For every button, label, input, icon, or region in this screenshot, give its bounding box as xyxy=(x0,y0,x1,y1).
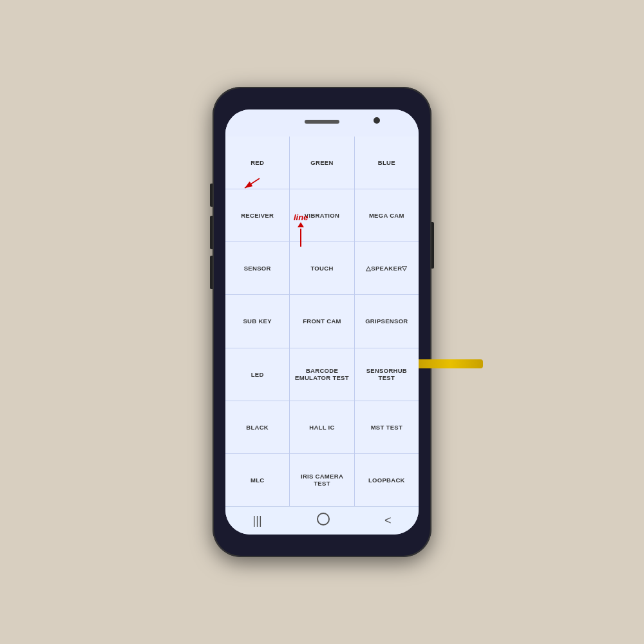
grid-cell-speaker[interactable]: △SPEAKER▽ xyxy=(355,242,419,294)
grid-cell-iris-camera-test[interactable]: IRIS CAMERA TEST xyxy=(290,454,354,506)
flex-cable xyxy=(419,359,483,368)
front-camera xyxy=(374,117,380,124)
grid-cell-receiver[interactable]: RECEIVER xyxy=(225,189,289,242)
back-button[interactable]: < xyxy=(384,514,392,527)
grid-cell-gripsensor[interactable]: GRIPSENSOR xyxy=(355,295,419,347)
home-button[interactable] xyxy=(317,513,330,529)
earpiece xyxy=(305,120,339,124)
grid-cell-mlc[interactable]: MLC xyxy=(225,454,289,506)
bixby-button[interactable] xyxy=(431,222,434,269)
grid-cell-green[interactable]: GREEN xyxy=(290,137,354,189)
navigation-bar: ||| < xyxy=(225,506,419,535)
phone-screen: line REDGREENBLUERECEIVERVIBRATIONMEGA C… xyxy=(225,109,419,535)
grid-cell-vibration[interactable]: VIBRATION xyxy=(290,189,354,242)
phone-device: line REDGREENBLUERECEIVERVIBRATIONMEGA C… xyxy=(213,87,431,557)
grid-cell-sub-key[interactable]: SUB KEY xyxy=(225,295,289,347)
home-circle-icon[interactable] xyxy=(317,513,330,526)
grid-cell-mst-test[interactable]: MST TEST xyxy=(355,401,419,453)
grid-cell-hall-ic[interactable]: HALL IC xyxy=(290,401,354,453)
grid-cell-touch[interactable]: TOUCH xyxy=(290,242,354,294)
grid-cell-blue[interactable]: BLUE xyxy=(355,137,419,189)
grid-cell-loopback[interactable]: LOOPBACK xyxy=(355,454,419,506)
grid-cell-sensor[interactable]: SENSOR xyxy=(225,242,289,294)
volume-up-button[interactable] xyxy=(210,216,213,249)
grid-cell-led[interactable]: LED xyxy=(225,348,289,401)
test-menu-grid: REDGREENBLUERECEIVERVIBRATIONMEGA CAMSEN… xyxy=(225,137,419,506)
grid-cell-sensorhub-test[interactable]: SENSORHUB TEST xyxy=(355,348,419,401)
grid-cell-barcode-emulator[interactable]: BARCODE EMULATOR TEST xyxy=(290,348,354,401)
grid-cell-mega-cam[interactable]: MEGA CAM xyxy=(355,189,419,242)
recent-apps-button[interactable]: ||| xyxy=(253,514,262,527)
power-button[interactable] xyxy=(210,184,213,207)
grid-cell-red[interactable]: RED xyxy=(225,137,289,189)
top-bar xyxy=(225,109,419,137)
grid-cell-front-cam[interactable]: FRONT CAM xyxy=(290,295,354,347)
screen-content: line REDGREENBLUERECEIVERVIBRATIONMEGA C… xyxy=(225,137,419,506)
volume-down-button[interactable] xyxy=(210,256,213,289)
grid-cell-black[interactable]: BLACK xyxy=(225,401,289,453)
